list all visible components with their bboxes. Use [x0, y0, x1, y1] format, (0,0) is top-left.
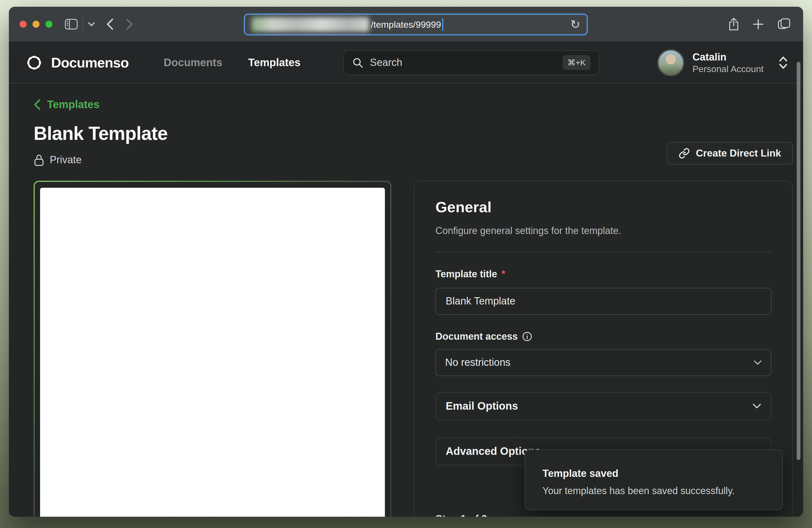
panel-description: Configure general settings for the templ… [435, 225, 771, 237]
search-shortcut-badge: ⌘+K [563, 55, 591, 70]
panel-divider [435, 252, 771, 252]
back-button[interactable] [107, 18, 113, 30]
page-title: Blank Template [34, 123, 793, 144]
reload-icon[interactable]: ↻ [570, 18, 580, 30]
browser-window: /templates/99999 ↻ [9, 7, 803, 517]
forward-button[interactable] [126, 18, 133, 30]
new-tab-icon[interactable] [753, 18, 764, 30]
chevron-up-down-icon [779, 56, 788, 69]
app-header: Documenso Documents Templates ⌘+K Catali… [9, 42, 803, 83]
create-direct-link-button[interactable]: Create Direct Link [667, 142, 793, 165]
browser-titlebar: /templates/99999 ↻ [9, 7, 803, 42]
address-bar[interactable]: /templates/99999 ↻ [244, 14, 588, 35]
email-options-label: Email Options [446, 400, 518, 412]
search-icon [352, 57, 363, 68]
text-caret [442, 18, 443, 31]
search-input[interactable] [370, 57, 556, 68]
zoom-window-button[interactable] [45, 21, 53, 28]
panel-title: General [435, 199, 771, 216]
nav-item-templates[interactable]: Templates [248, 57, 301, 69]
scrollbar-thumb[interactable] [797, 62, 800, 460]
visibility-label: Private [50, 154, 82, 166]
link-icon [679, 148, 690, 159]
close-window-button[interactable] [20, 21, 27, 28]
template-title-label: Template title * [435, 268, 771, 280]
account-name: Catalin [692, 51, 764, 63]
chevron-down-icon [753, 404, 761, 409]
chevron-left-icon [34, 99, 41, 110]
toast-message: Your templates has been saved successful… [542, 485, 765, 497]
titlebar-separator [83, 18, 83, 30]
sidebar-toggle-icon[interactable] [65, 19, 78, 30]
desktop: { "browser": { "url_path": "/templates/9… [0, 0, 812, 528]
document-access-value: No restrictions [445, 357, 510, 368]
step-indicator: Step 1 of 3 [435, 513, 771, 517]
document-access-select[interactable]: No restrictions [435, 349, 771, 376]
toast-title: Template saved [542, 468, 765, 479]
search-bar[interactable]: ⌘+K [344, 50, 599, 75]
account-menu[interactable]: Catalin Personal Account [657, 49, 788, 76]
window-controls [20, 21, 53, 28]
brand-name: Documenso [51, 55, 129, 71]
titlebar-right-actions [728, 18, 792, 31]
template-title-input[interactable] [435, 288, 771, 315]
tab-overview-icon[interactable] [777, 18, 791, 31]
required-marker: * [501, 268, 505, 280]
tab-group-chevron-icon[interactable] [88, 22, 95, 26]
account-type: Personal Account [692, 63, 764, 74]
document-preview-card [34, 181, 391, 517]
breadcrumb-label: Templates [47, 99, 100, 111]
blurred-domain [251, 17, 369, 32]
create-direct-link-label: Create Direct Link [696, 148, 781, 159]
brand-logo[interactable]: Documenso [24, 53, 129, 73]
documenso-logo-icon [24, 53, 44, 73]
info-icon[interactable] [522, 332, 532, 342]
nav-item-documents[interactable]: Documents [164, 57, 222, 69]
share-icon[interactable] [728, 18, 739, 31]
chevron-down-icon [754, 360, 762, 365]
breadcrumb[interactable]: Templates [34, 83, 100, 111]
url-path-text: /templates/99999 [371, 19, 441, 30]
avatar [657, 49, 684, 76]
lock-icon [34, 154, 44, 166]
email-options-section[interactable]: Email Options [435, 392, 771, 420]
document-page [40, 188, 385, 517]
main-nav: Documents Templates [164, 57, 301, 69]
toast-notification: Template saved Your templates has been s… [525, 450, 783, 510]
minimize-window-button[interactable] [32, 21, 40, 28]
document-access-label: Document access [435, 331, 771, 342]
